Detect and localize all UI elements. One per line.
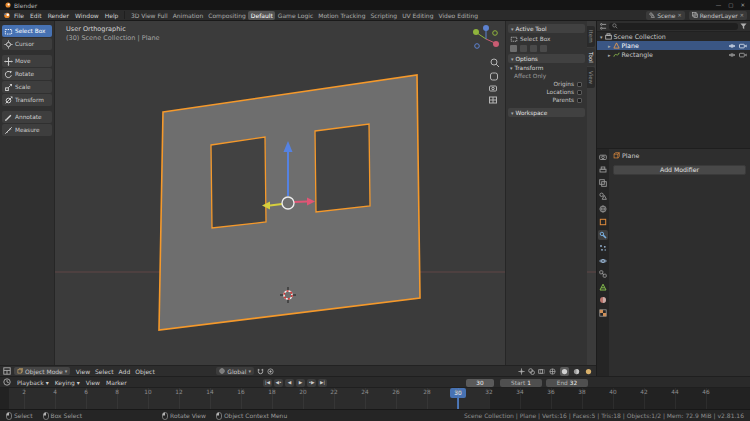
hide-eye-icon[interactable] [728, 52, 736, 58]
camera-view-icon[interactable] [490, 86, 497, 91]
properties-tab-view-layer[interactable] [598, 178, 608, 188]
tool-move[interactable]: Move [2, 55, 52, 67]
outliner-row-rectangle[interactable]: ▸ Rectangle [597, 50, 750, 59]
close-button[interactable]: ✕ [740, 2, 745, 8]
next-keyframe-button[interactable]: •▶ [307, 379, 316, 387]
view-layer-selector[interactable]: RenderLayer ✕ [689, 11, 747, 20]
parents-checkbox-row[interactable]: Parents [506, 95, 587, 103]
properties-tab-object-data[interactable] [598, 282, 608, 292]
workspace-tab-default[interactable]: Default [248, 11, 275, 20]
add-modifier-button[interactable]: Add Modifier [613, 165, 746, 175]
workspace-tab-video-editing[interactable]: Video Editing [436, 11, 481, 20]
properties-tab-physics[interactable] [598, 256, 608, 266]
timeline-menu-marker[interactable]: Marker [103, 379, 130, 386]
jump-to-end-button[interactable]: ▶| [318, 379, 327, 387]
frame-start-field[interactable]: Start 1 [500, 379, 542, 387]
shading-material-icon[interactable] [572, 367, 581, 376]
frame-end-field[interactable]: End 32 [546, 379, 588, 387]
properties-tab-modifiers[interactable] [598, 230, 608, 240]
workspace-tab-animation[interactable]: Animation [170, 11, 206, 20]
blender-app-icon[interactable] [3, 11, 11, 19]
tool-transform[interactable]: Transform [2, 94, 52, 106]
panel-header-active-tool[interactable]: ▾ Active Tool [508, 24, 585, 33]
ortho-toggle-icon[interactable] [490, 97, 497, 103]
outliner-row-plane[interactable]: ▸ Plane [597, 41, 750, 50]
select-mode-intersect[interactable] [540, 45, 547, 52]
overlays-icon[interactable] [528, 368, 535, 375]
locations-checkbox-row[interactable]: Locations [506, 87, 587, 95]
sidebar-tab-item[interactable]: Item [587, 26, 595, 47]
minimize-button[interactable]: — [716, 2, 722, 8]
tool-cursor[interactable]: Cursor [2, 38, 52, 50]
scene-selector[interactable]: Scene ✕ [646, 11, 685, 20]
prev-keyframe-button[interactable]: ◀• [274, 379, 283, 387]
xray-toggle-icon[interactable] [538, 368, 545, 375]
properties-tab-object[interactable] [598, 217, 608, 227]
filter-icon[interactable] [740, 23, 747, 30]
timeline-menu-playback[interactable]: Playback ▾ [14, 379, 52, 386]
sidebar-tab-view[interactable]: View [587, 67, 595, 88]
outliner-row-scene-collection[interactable]: ▾ Scene Collection [597, 32, 750, 41]
view-layer-unlink-icon[interactable]: ✕ [740, 12, 744, 18]
locations-checkbox[interactable] [577, 90, 582, 95]
viewport-menu-add[interactable]: Add [116, 368, 133, 375]
shading-solid-icon[interactable] [560, 367, 569, 376]
parents-checkbox[interactable] [577, 98, 582, 103]
render-camera-icon[interactable] [739, 52, 747, 58]
zoom-icon[interactable] [491, 59, 499, 67]
play-reverse-button[interactable]: ◀ [285, 379, 294, 387]
viewport-menu-object[interactable]: Object [133, 368, 158, 375]
caret-icon[interactable]: ▸ [608, 43, 611, 49]
editor-type-icon[interactable] [600, 23, 607, 30]
sidebar-tab-tool[interactable]: Tool [587, 48, 595, 67]
workspace-tab-game-logic[interactable]: Game Logic [275, 11, 315, 20]
workspace-tab-motion-tracking[interactable]: Motion Tracking [316, 11, 368, 20]
properties-tab-output[interactable] [598, 165, 608, 175]
editor-type-icon[interactable] [3, 378, 11, 386]
timeline-ruler[interactable]: 30 2468101214161820222426283032343638404… [0, 387, 750, 409]
workspace-tab-compositing[interactable]: Compositing [206, 11, 249, 20]
play-button[interactable]: ▶ [296, 379, 305, 387]
shading-wireframe-icon[interactable] [548, 367, 557, 376]
scene-unlink-icon[interactable]: ✕ [678, 12, 682, 18]
current-frame-field[interactable]: 30 [466, 379, 494, 387]
show-gizmo-icon[interactable] [518, 368, 525, 375]
select-mode-new[interactable] [510, 45, 517, 52]
panel-header-options[interactable]: ▾ Options [508, 54, 585, 63]
workspace-tab-scripting[interactable]: Scripting [368, 11, 400, 20]
hide-eye-icon[interactable] [728, 43, 736, 49]
tool-scale[interactable]: Scale [2, 81, 52, 93]
properties-tab-material[interactable] [598, 295, 608, 305]
outliner-search-input[interactable] [609, 23, 738, 30]
viewport-menu-select[interactable]: Select [93, 368, 117, 375]
tool-rotate[interactable]: Rotate [2, 68, 52, 80]
maximize-button[interactable]: ▢ [728, 2, 733, 8]
proportional-edit-icon[interactable] [267, 368, 274, 375]
jump-to-start-button[interactable]: |◀ [263, 379, 272, 387]
properties-tab-texture[interactable] [598, 308, 608, 318]
properties-tab-render[interactable] [598, 152, 608, 162]
select-mode-buttons[interactable] [506, 43, 587, 52]
caret-icon[interactable]: ▸ [608, 52, 611, 58]
timeline-menu-keying[interactable]: Keying ▾ [52, 379, 83, 386]
breadcrumb-object-name[interactable]: Plane [622, 152, 639, 159]
shading-rendered-icon[interactable] [584, 367, 593, 376]
menu-file[interactable]: File [11, 12, 27, 19]
select-mode-extend[interactable] [520, 45, 527, 52]
origins-checkbox-row[interactable]: Origins [506, 79, 587, 87]
panel-header-workspace[interactable]: ▾ Workspace [508, 108, 585, 117]
menu-help[interactable]: Help [102, 12, 122, 19]
timeline-menu-view[interactable]: View [83, 379, 103, 386]
tool-measure[interactable]: Measure [2, 124, 52, 136]
menu-window[interactable]: Window [72, 12, 102, 19]
move-view-icon[interactable] [491, 73, 498, 80]
properties-tab-particles[interactable] [598, 243, 608, 253]
active-tool-display[interactable]: Select Box [506, 33, 587, 43]
mode-dropdown[interactable]: Object Mode ▾ [14, 367, 70, 375]
properties-tab-world[interactable] [598, 204, 608, 214]
select-mode-subtract[interactable] [530, 45, 537, 52]
navigation-gizmo[interactable] [473, 25, 499, 48]
tool-annotate[interactable]: Annotate [2, 111, 52, 123]
workspace-tab-3d-view-full[interactable]: 3D View Full [128, 11, 170, 20]
render-camera-icon[interactable] [739, 43, 747, 49]
